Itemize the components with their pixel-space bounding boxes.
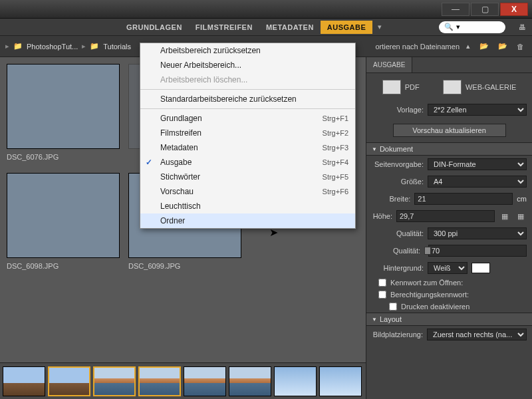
menu-item[interactable]: Standardarbeitsbereiche zurücksetzen xyxy=(140,92,355,106)
breadcrumb-seg-1[interactable]: PhotoshopTut... xyxy=(27,43,78,51)
maximize-button[interactable]: ▢ xyxy=(471,3,499,16)
qualitaet-label: Qualität: xyxy=(372,229,424,237)
section-layout[interactable]: ▼Layout xyxy=(366,313,532,326)
bg-color-swatch[interactable] xyxy=(471,263,490,273)
vorlage-label: Vorlage: xyxy=(372,106,424,114)
kennwort-checkbox[interactable] xyxy=(378,279,386,287)
berechtigung-label: Berechtigungskennwort: xyxy=(390,291,469,299)
menu-item-label: Grundlagen xyxy=(160,114,202,123)
filmstrip-item[interactable] xyxy=(48,366,90,396)
hintergrund-select[interactable]: Weiß xyxy=(428,262,467,274)
filmstrip-item[interactable] xyxy=(274,366,317,396)
refresh-preview-button[interactable]: Vorschau aktualisieren xyxy=(393,124,506,137)
menu-item[interactable]: Leuchttisch xyxy=(140,199,355,213)
open-folder-icon[interactable]: 📂 xyxy=(477,42,491,51)
seitenvorgabe-label: Seitenvorgabe: xyxy=(372,160,424,168)
triangle-down-icon: ▼ xyxy=(372,146,377,152)
menu-item-label: Filmstreifen xyxy=(160,128,201,138)
chevron-right-icon: ▸ xyxy=(5,42,9,51)
chevron-right-icon: ▸ xyxy=(82,42,86,51)
menu-item[interactable]: Arbeitsbereich zurücksetzen xyxy=(140,43,355,58)
cursor-icon: ➤ xyxy=(269,226,278,239)
filmstrip-item[interactable] xyxy=(138,366,181,396)
menu-item: Arbeitsbereich löschen... xyxy=(140,72,355,87)
qualitaet2-label: Qualität: xyxy=(372,247,420,255)
filmstrip-item[interactable] xyxy=(319,366,362,396)
sort-asc-icon[interactable]: ▴ xyxy=(464,42,473,51)
thumbnail-image xyxy=(7,64,120,149)
vorlage-select[interactable]: 2*2 Zellen xyxy=(428,104,527,116)
search-input[interactable]: 🔍 ▾ xyxy=(439,21,505,33)
thumbnail-caption: DSC_6076.JPG xyxy=(7,153,120,161)
close-button[interactable]: X xyxy=(500,3,528,16)
workspace-menu: Arbeitsbereich zurücksetzenNeuer Arbeits… xyxy=(140,43,356,229)
menu-item[interactable]: MetadatenStrg+F3 xyxy=(140,140,355,155)
menu-item-label: Ausgabe xyxy=(160,158,192,167)
check-icon: ✓ xyxy=(146,158,152,167)
webgallery-icon xyxy=(443,80,462,94)
output-panel: AUSGABE PDF WEB-GALERIE Vorlage: 2*2 Zel… xyxy=(366,57,532,399)
breite-label: Breite: xyxy=(372,195,410,203)
seitenvorgabe-select[interactable]: DIN-Formate xyxy=(428,158,527,170)
tab-metadaten[interactable]: METADATEN xyxy=(259,21,321,34)
output-pdf-button[interactable]: PDF xyxy=(382,80,420,94)
menu-item-label: Arbeitsbereich zurücksetzen xyxy=(160,46,261,55)
kennwort-label: Kennwort zum Öffnen: xyxy=(390,279,463,287)
menu-item-shortcut: Strg+F1 xyxy=(323,114,348,122)
thumbnail-caption: DSC_6099.JPG xyxy=(128,262,241,270)
menu-item-label: Stichwörter xyxy=(160,172,200,182)
trash-icon[interactable]: 🗑 xyxy=(514,43,527,51)
groesse-select[interactable]: A4 xyxy=(428,176,527,188)
tab-ausgabe[interactable]: AUSGABE xyxy=(321,21,373,34)
menu-item[interactable]: ✓AusgabeStrg+F4 xyxy=(140,155,355,170)
drucken-deakt-checkbox[interactable] xyxy=(389,303,397,311)
search-chevron-icon: ▾ xyxy=(456,23,460,31)
orientation-icon[interactable]: ▦ xyxy=(499,212,511,221)
hoehe-label: Höhe: xyxy=(372,212,392,220)
filmstrip xyxy=(0,362,366,399)
menu-item-label: Vorschau xyxy=(160,187,194,196)
menu-item[interactable]: Neuer Arbeitsbereich... xyxy=(140,58,355,72)
qualitaet-select[interactable]: 300 ppi xyxy=(428,227,527,239)
panel-tab-ausgabe[interactable]: AUSGABE xyxy=(366,57,412,72)
menu-item-label: Neuer Arbeitsbereich... xyxy=(160,61,241,70)
orientation-icon[interactable]: ▦ xyxy=(515,212,527,221)
hoehe-input[interactable] xyxy=(396,210,495,222)
breite-input[interactable] xyxy=(414,193,513,205)
thumbnail-item[interactable]: DSC_6076.JPG xyxy=(7,64,120,161)
thumbnail-image xyxy=(7,173,120,258)
filmstrip-item[interactable] xyxy=(93,366,136,396)
menu-item-label: Ordner xyxy=(160,216,185,225)
bildplatz-label: Bildplatzierung: xyxy=(372,331,423,338)
minimize-button[interactable]: — xyxy=(442,3,469,16)
menu-item-shortcut: Strg+F3 xyxy=(323,144,348,152)
qualitaet-value-input[interactable] xyxy=(428,245,527,257)
thumbnail-item[interactable]: DSC_6098.JPG xyxy=(7,173,120,270)
menu-item-shortcut: Strg+F2 xyxy=(323,129,348,137)
folder-icon: 📁 xyxy=(13,42,23,51)
menu-item-shortcut: Strg+F5 xyxy=(323,173,348,181)
workspace-dropdown-icon[interactable]: ▾ xyxy=(372,23,387,31)
menu-item[interactable]: VorschauStrg+F6 xyxy=(140,184,355,199)
menu-item[interactable]: StichwörterStrg+F5 xyxy=(140,170,355,184)
menu-item[interactable]: GrundlagenStrg+F1 xyxy=(140,111,355,126)
print-icon[interactable]: 🖶 xyxy=(519,23,532,31)
workspace-tabs: GRUNDLAGEN FILMSTREIFEN METADATEN AUSGAB… xyxy=(0,19,532,36)
tab-filmstreifen[interactable]: FILMSTREIFEN xyxy=(189,21,259,34)
filmstrip-item[interactable] xyxy=(3,366,45,396)
menu-item[interactable]: FilmstreifenStrg+F2 xyxy=(140,126,355,140)
open-recent-icon[interactable]: 📂 xyxy=(495,42,510,51)
folder-icon: 📁 xyxy=(90,42,99,51)
output-webgallery-button[interactable]: WEB-GALERIE xyxy=(443,80,516,94)
search-icon: 🔍 xyxy=(444,23,454,31)
berechtigung-checkbox[interactable] xyxy=(378,291,386,299)
filmstrip-item[interactable] xyxy=(229,366,271,396)
filmstrip-item[interactable] xyxy=(184,366,226,396)
window-titlebar: — ▢ X xyxy=(0,0,532,19)
sort-dropdown[interactable]: ortieren nach Dateinamen xyxy=(375,43,460,51)
tab-grundlagen[interactable]: GRUNDLAGEN xyxy=(120,21,189,34)
section-dokument[interactable]: ▼Dokument xyxy=(366,142,532,156)
bildplatz-select[interactable]: Zuerst nach rechts (na... xyxy=(427,329,527,340)
breadcrumb-seg-2[interactable]: Tutorials xyxy=(103,43,131,51)
menu-item[interactable]: Ordner xyxy=(140,213,355,228)
